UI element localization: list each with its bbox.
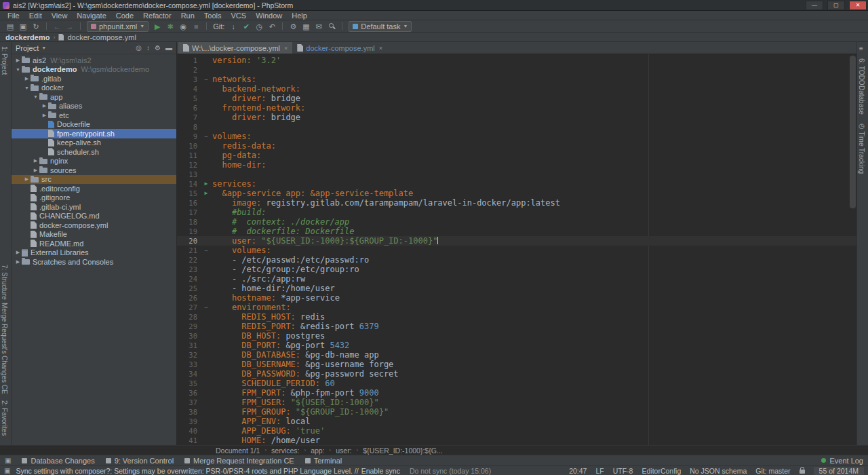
stripe-button-merge-request-s-changes-ce[interactable]: Merge Request's Changes CE xyxy=(1,303,8,394)
tree-item-aliases[interactable]: ▶aliases xyxy=(12,102,176,111)
menu-item-view[interactable]: View xyxy=(47,12,73,20)
chevron-right-icon[interactable]: ▶ xyxy=(32,168,39,173)
chevron-right-icon[interactable]: ▶ xyxy=(14,58,22,63)
code-line-31[interactable]: 31 DB_PORT: &pg-port 5432 xyxy=(177,341,856,350)
line-number[interactable]: 40 xyxy=(177,426,200,436)
code-line-36[interactable]: 36 FPM_PORT: &php-fpm-port 9000 xyxy=(177,388,856,398)
code-line-20[interactable]: 20 user: "${USER_ID:-1000}:${GROUP_ID:-1… xyxy=(177,236,856,246)
code-line-40[interactable]: 40 APP_DEBUG: 'true' xyxy=(177,426,856,436)
status-segment-20-47[interactable]: 20:47 xyxy=(569,467,587,475)
line-number[interactable]: 37 xyxy=(177,398,200,407)
tree-item-fpm-entrypoint-sh[interactable]: fpm-entrypoint.sh xyxy=(12,129,176,138)
line-number[interactable]: 36 xyxy=(177,388,200,398)
forward-icon[interactable]: → xyxy=(64,21,76,32)
tree-item-scratches-and-consoles[interactable]: ▶Scratches and Consoles xyxy=(12,257,176,267)
breadcrumb-document-1-1[interactable]: Document 1/1 xyxy=(216,446,260,455)
line-number[interactable]: 11 xyxy=(177,151,200,160)
status-segment-git-master[interactable]: Git: master xyxy=(755,467,790,475)
chevron-down-icon[interactable]: ▼ xyxy=(14,67,22,72)
locate-icon[interactable]: ◎ xyxy=(136,44,142,52)
run-icon[interactable]: ▶ xyxy=(200,189,212,198)
line-number[interactable]: 41 xyxy=(177,436,200,445)
code-line-14[interactable]: 14▶services: xyxy=(177,179,856,189)
code-line-16[interactable]: 16 image: registry.gitlab.com/tarampampa… xyxy=(177,198,856,208)
line-number[interactable]: 14 xyxy=(177,179,200,189)
stop-icon[interactable]: ■ xyxy=(190,21,202,32)
tree-item-external-libraries[interactable]: ▶External Libraries xyxy=(12,248,176,258)
menu-item-vcs[interactable]: VCS xyxy=(226,12,252,20)
line-number[interactable]: 13 xyxy=(177,170,200,179)
stripe-button-time-tracking[interactable]: ◷ Time Tracking xyxy=(858,122,865,174)
line-number[interactable]: 25 xyxy=(177,284,200,293)
event-log-button[interactable]: Event Log xyxy=(821,457,863,465)
chevron-right-icon[interactable]: ▶ xyxy=(41,113,48,118)
editor-tab-docker-compose-yml[interactable]: docker-compose.yml× xyxy=(292,42,387,54)
code-line-27[interactable]: 27− environment: xyxy=(177,303,856,312)
settings-icon[interactable]: ⚙ xyxy=(287,21,299,32)
code-line-33[interactable]: 33 DB_USERNAME: &pg-username forge xyxy=(177,360,856,369)
line-number[interactable]: 10 xyxy=(177,141,200,151)
line-number[interactable]: 15 xyxy=(177,189,200,198)
tree-item-ais2[interactable]: ▶ais2W:\gsm\ais2 xyxy=(12,56,176,65)
vcs-history-icon[interactable]: ◷ xyxy=(253,21,265,32)
code-line-17[interactable]: 17 #build: xyxy=(177,208,856,217)
lock-icon[interactable] xyxy=(800,470,805,474)
status-secondary[interactable]: Do not sync (today 15:06) xyxy=(410,467,491,475)
menu-item-help[interactable]: Help xyxy=(287,12,312,20)
fold-icon[interactable]: − xyxy=(200,75,212,84)
code-editor[interactable]: 1version: '3.2'23−networks:4 backend-net… xyxy=(177,54,856,445)
code-line-4[interactable]: 4 backend-network: xyxy=(177,84,856,94)
run-config-combo[interactable]: phpunit.xml▼ xyxy=(87,21,149,32)
back-icon[interactable]: ← xyxy=(51,21,63,32)
line-number[interactable]: 35 xyxy=(177,379,200,388)
menu-item-code[interactable]: Code xyxy=(111,12,138,20)
line-number[interactable]: 18 xyxy=(177,217,200,227)
code-line-7[interactable]: 7 driver: bridge xyxy=(177,113,856,122)
code-line-9[interactable]: 9−volumes: xyxy=(177,132,856,141)
tree-item-gitignore[interactable]: .gitignore xyxy=(12,193,176,203)
toolwindow-button-9-version-control[interactable]: 9: Version Control xyxy=(106,457,174,465)
code-line-2[interactable]: 2 xyxy=(177,65,856,75)
save-icon[interactable]: ▣ xyxy=(17,21,29,32)
close-button[interactable]: ✕ xyxy=(849,1,867,10)
toolwindow-button-terminal[interactable]: Terminal xyxy=(305,457,342,465)
code-line-22[interactable]: 22 - /etc/passwd:/etc/passwd:ro xyxy=(177,255,856,265)
coverage-icon[interactable]: ◉ xyxy=(177,21,189,32)
line-number[interactable]: 7 xyxy=(177,113,200,122)
line-number[interactable]: 4 xyxy=(177,84,200,94)
collapse-all-icon[interactable]: ↕ xyxy=(146,44,150,52)
fold-icon[interactable]: − xyxy=(200,132,212,141)
debug-icon[interactable]: ✱ xyxy=(164,21,176,32)
status-toggle-icon[interactable]: ▣ xyxy=(4,467,10,474)
chevron-down-icon[interactable]: ▼ xyxy=(23,86,31,90)
status-segment-utf-8[interactable]: UTF-8 xyxy=(613,467,633,475)
tree-item-docker-compose-yml[interactable]: docker-compose.yml xyxy=(12,221,176,230)
menu-item-window[interactable]: Window xyxy=(251,12,287,20)
line-number[interactable]: 24 xyxy=(177,274,200,284)
task-combo[interactable]: Default task▼ xyxy=(349,21,412,32)
fold-icon[interactable]: − xyxy=(200,246,212,255)
memory-indicator[interactable]: 55 of 2014M xyxy=(814,467,864,475)
line-number[interactable]: 32 xyxy=(177,350,200,360)
vcs-commit-icon[interactable]: ✔ xyxy=(240,21,252,32)
menu-item-refactor[interactable]: Refactor xyxy=(138,12,176,20)
line-number[interactable]: 19 xyxy=(177,227,200,236)
line-number[interactable]: 21 xyxy=(177,246,200,255)
stripe-button-6-todo[interactable]: 6: TODO xyxy=(858,58,865,86)
mail-icon[interactable]: ✉ xyxy=(313,21,325,32)
line-number[interactable]: 16 xyxy=(177,198,200,208)
fold-icon[interactable]: − xyxy=(200,303,212,312)
tree-item-gitlab[interactable]: ▶.gitlab xyxy=(12,74,176,83)
line-number[interactable]: 17 xyxy=(177,208,200,217)
enable-sync-link[interactable]: Enable sync xyxy=(361,467,400,475)
code-line-6[interactable]: 6 frontend-network: xyxy=(177,103,856,113)
line-number[interactable]: 12 xyxy=(177,160,200,170)
code-line-38[interactable]: 38 FPM_GROUP: "${GROUP_ID:-1000}" xyxy=(177,407,856,417)
tree-item-src[interactable]: ▶src xyxy=(12,175,176,185)
code-line-37[interactable]: 37 FPM_USER: "${USER_ID:-1000}" xyxy=(177,398,856,407)
code-line-18[interactable]: 18 # context: ./docker/app xyxy=(177,217,856,227)
hide-stripe-icon[interactable]: ≡ xyxy=(859,45,863,52)
toolwindow-button-merge-request-integration-ce[interactable]: Merge Request Integration CE xyxy=(184,457,294,465)
code-line-35[interactable]: 35 SCHEDULE_PERIOD: 60 xyxy=(177,379,856,388)
chevron-down-icon[interactable]: ▼ xyxy=(32,94,39,99)
